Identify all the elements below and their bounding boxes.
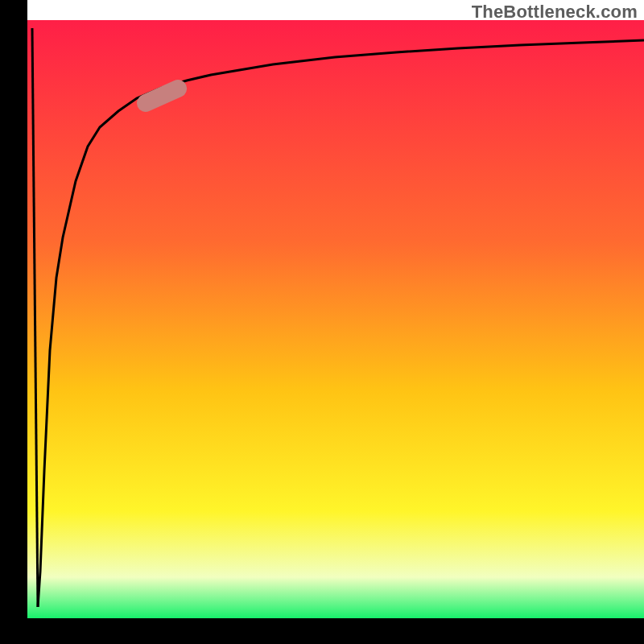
y-axis-bar (0, 0, 27, 644)
x-axis-bar (0, 618, 644, 644)
chart-root: TheBottleneck.com (0, 0, 644, 644)
chart-canvas (0, 0, 644, 644)
